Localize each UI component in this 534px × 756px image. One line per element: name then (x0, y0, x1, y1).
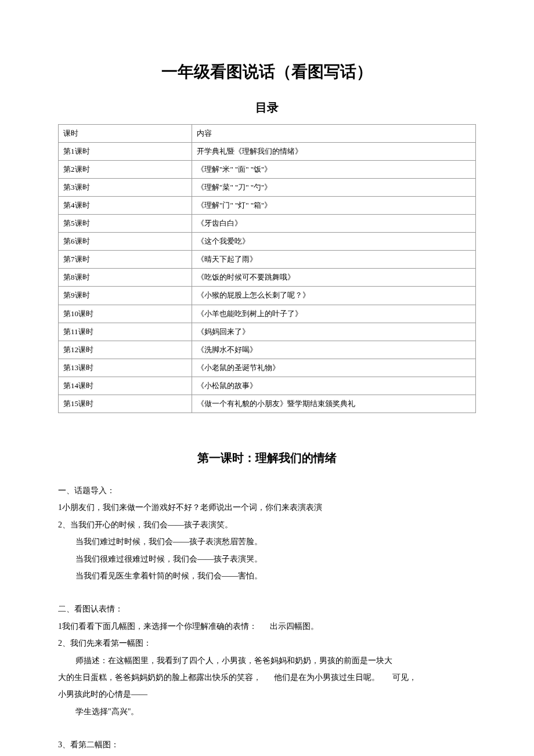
cell-content: 《妈妈回来了》 (192, 323, 476, 341)
body-line: 大的生日蛋糕，爸爸妈妈奶奶的脸上都露出快乐的笑容，他们是在为小男孩过生日呢。可见… (58, 669, 476, 686)
body-text-part: 可见， (392, 673, 417, 682)
body-line: 3、看第二幅图： (58, 736, 476, 753)
cell-content: 《理解"菜" "刀" "勺"》 (192, 178, 476, 196)
cell-content: 《这个我爱吃》 (192, 233, 476, 251)
cell-lesson: 第11课时 (59, 323, 192, 341)
table-row: 第4课时《理解"门" "灯" "箱"》 (59, 196, 476, 214)
cell-lesson: 第4课时 (59, 196, 192, 214)
section1-heading: 一、话题导入： (58, 482, 476, 499)
cell-lesson: 第13课时 (59, 359, 192, 377)
toc-heading: 目录 (58, 97, 476, 117)
cell-content: 《小猴的屁股上怎么长刺了呢？》 (192, 287, 476, 305)
body-line: 学生选择"高兴"。 (58, 703, 476, 720)
table-row: 第1课时开学典礼暨《理解我们的情绪》 (59, 142, 476, 160)
body-text-part: 出示四幅图。 (270, 622, 319, 631)
th-lesson: 课时 (59, 124, 192, 142)
cell-content: 《理解"门" "灯" "箱"》 (192, 196, 476, 214)
table-header-row: 课时 内容 (59, 124, 476, 142)
cell-content: 《小松鼠的故事》 (192, 377, 476, 395)
table-row: 第10课时《小羊也能吃到树上的叶子了》 (59, 305, 476, 323)
body-text-part: 大的生日蛋糕，爸爸妈妈奶奶的脸上都露出快乐的笑容， (58, 673, 261, 682)
cell-content: 《理解"米" "面" "饭"》 (192, 160, 476, 178)
table-row: 第6课时《这个我爱吃》 (59, 233, 476, 251)
cell-content: 《做一个有礼貌的小朋友》暨学期结束颁奖典礼 (192, 395, 476, 413)
cell-lesson: 第15课时 (59, 395, 192, 413)
table-row: 第13课时《小老鼠的圣诞节礼物》 (59, 359, 476, 377)
body-line: 2、我们先来看第一幅图： (58, 635, 476, 652)
cell-lesson: 第8课时 (59, 269, 192, 287)
cell-content: 《晴天下起了雨》 (192, 251, 476, 269)
body-line: 师描述：在这幅图里，我看到了四个人，小男孩，爸爸妈妈和奶奶，男孩的前面是一块大 (58, 652, 476, 669)
cell-lesson: 第5课时 (59, 215, 192, 233)
document-title: 一年级看图说话（看图写话） (58, 58, 476, 86)
body-text-part: 1我们看看下面几幅图，来选择一个你理解准确的表情： (58, 622, 257, 631)
body-line: 2、当我们开心的时候，我们会——孩子表演笑。 (58, 516, 476, 533)
table-row: 第5课时《牙齿白白》 (59, 215, 476, 233)
table-row: 第11课时《妈妈回来了》 (59, 323, 476, 341)
body-text-part: 他们是在为小男孩过生日呢。 (274, 673, 380, 682)
table-row: 第14课时《小松鼠的故事》 (59, 377, 476, 395)
cell-content: 《牙齿白白》 (192, 215, 476, 233)
body-line: 1小朋友们，我们来做一个游戏好不好？老师说出一个词，你们来表演表演 (58, 499, 476, 516)
cell-content: 开学典礼暨《理解我们的情绪》 (192, 142, 476, 160)
body-line: 当我们看见医生拿着针筒的时候，我们会——害怕。 (58, 567, 476, 584)
cell-content: 《小老鼠的圣诞节礼物》 (192, 359, 476, 377)
table-row: 第7课时《晴天下起了雨》 (59, 251, 476, 269)
table-row: 第9课时《小猴的屁股上怎么长刺了呢？》 (59, 287, 476, 305)
cell-lesson: 第1课时 (59, 142, 192, 160)
cell-lesson: 第3课时 (59, 178, 192, 196)
body-line: 小男孩此时的心情是—— (58, 686, 476, 703)
toc-table: 课时 内容 第1课时开学典礼暨《理解我们的情绪》 第2课时《理解"米" "面" … (58, 124, 476, 414)
table-row: 第12课时《洗脚水不好喝》 (59, 341, 476, 359)
table-row: 第3课时《理解"菜" "刀" "勺"》 (59, 178, 476, 196)
cell-lesson: 第7课时 (59, 251, 192, 269)
cell-lesson: 第2课时 (59, 160, 192, 178)
cell-content: 《小羊也能吃到树上的叶子了》 (192, 305, 476, 323)
cell-lesson: 第12课时 (59, 341, 192, 359)
cell-content: 《洗脚水不好喝》 (192, 341, 476, 359)
body-line: 提问：你看到了图中有些谁？站在最前面的是什么人，从他的打扮中你认为他是什么身 (58, 754, 476, 756)
table-row: 第8课时《吃饭的时候可不要跳舞哦》 (59, 269, 476, 287)
table-row: 第15课时《做一个有礼貌的小朋友》暨学期结束颁奖典礼 (59, 395, 476, 413)
lesson1-title: 第一课时：理解我们的情绪 (58, 448, 476, 468)
cell-lesson: 第10课时 (59, 305, 192, 323)
cell-lesson: 第6课时 (59, 233, 192, 251)
cell-lesson: 第9课时 (59, 287, 192, 305)
th-content: 内容 (192, 124, 476, 142)
cell-content: 《吃饭的时候可不要跳舞哦》 (192, 269, 476, 287)
body-line: 1我们看看下面几幅图，来选择一个你理解准确的表情：出示四幅图。 (58, 618, 476, 635)
body-line: 当我们难过时时候，我们会——孩子表演愁眉苦脸。 (58, 533, 476, 550)
body-line: 当我们很难过很难过时候，我们会——孩子表演哭。 (58, 551, 476, 567)
section2-heading: 二、看图认表情： (58, 601, 476, 617)
table-row: 第2课时《理解"米" "面" "饭"》 (59, 160, 476, 178)
cell-lesson: 第14课时 (59, 377, 192, 395)
